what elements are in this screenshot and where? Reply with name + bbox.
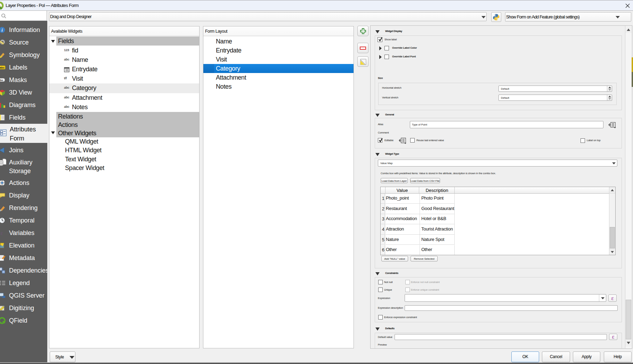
svg-text:abc: abc: [0, 66, 5, 69]
svg-text:i: i: [1, 27, 3, 33]
svg-text:bc: bc: [0, 79, 3, 82]
svg-text:ε: ε: [0, 230, 3, 236]
